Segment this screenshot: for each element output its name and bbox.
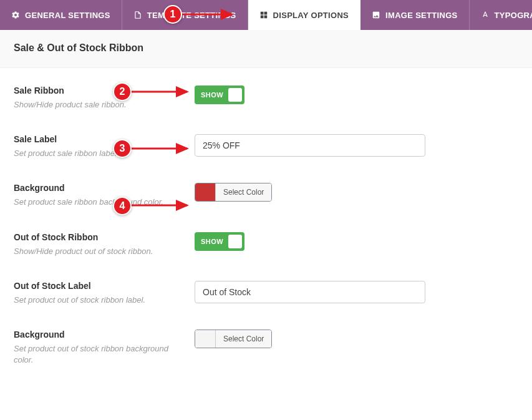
tab-label: IMAGE SETTINGS bbox=[385, 11, 457, 20]
field-oos-background: Background Set product out of stock ribb… bbox=[14, 312, 518, 372]
tab-label: TEMPLATE SETTINGS bbox=[147, 11, 236, 20]
field-label: Sale Label bbox=[14, 134, 182, 144]
field-help: Set product sale ribbon background color… bbox=[14, 197, 182, 208]
font-icon bbox=[481, 11, 490, 19]
oos-background-color-picker[interactable]: Select Color bbox=[195, 330, 272, 348]
field-help: Set product sale ribbon label. bbox=[14, 148, 182, 159]
sale-ribbon-toggle[interactable]: SHOW bbox=[195, 85, 244, 104]
content-area: Sale Ribbon Show/Hide product sale ribbo… bbox=[0, 68, 532, 372]
color-swatch bbox=[195, 183, 215, 201]
tab-template-settings[interactable]: TEMPLATE SETTINGS bbox=[122, 0, 248, 30]
tabs-bar: GENERAL SETTINGS TEMPLATE SETTINGS DISPL… bbox=[0, 0, 532, 30]
svg-rect-2 bbox=[260, 16, 263, 19]
tab-label: DISPLAY OPTIONS bbox=[273, 11, 349, 20]
toggle-knob bbox=[228, 235, 242, 248]
field-sale-ribbon: Sale Ribbon Show/Hide product sale ribbo… bbox=[14, 68, 518, 117]
field-oos-label: Out of Stock Label Set product out of st… bbox=[14, 263, 518, 312]
field-sale-label: Sale Label Set product sale ribbon label… bbox=[14, 117, 518, 165]
toggle-label: SHOW bbox=[201, 91, 223, 99]
toggle-knob bbox=[228, 88, 242, 102]
gear-icon bbox=[11, 11, 20, 19]
select-color-button: Select Color bbox=[215, 330, 271, 348]
tab-label: GENERAL SETTINGS bbox=[25, 11, 110, 20]
sale-background-color-picker[interactable]: Select Color bbox=[195, 183, 272, 202]
sale-label-input[interactable] bbox=[195, 134, 425, 157]
svg-rect-0 bbox=[260, 12, 263, 15]
field-help: Show/Hide product out of stock ribbon. bbox=[14, 246, 182, 257]
image-icon bbox=[372, 11, 380, 19]
section-header: Sale & Out of Stock Ribbon bbox=[0, 30, 532, 68]
oos-ribbon-toggle[interactable]: SHOW bbox=[195, 232, 244, 251]
field-label: Sale Ribbon bbox=[14, 85, 182, 95]
field-help: Show/Hide product sale ribbon. bbox=[14, 99, 182, 110]
toggle-label: SHOW bbox=[201, 238, 223, 245]
field-help: Set product out of stock ribbon label. bbox=[14, 295, 182, 306]
tab-typography[interactable]: TYPOGRAPHY bbox=[470, 0, 532, 30]
tab-general-settings[interactable]: GENERAL SETTINGS bbox=[0, 0, 122, 30]
template-icon bbox=[133, 11, 142, 19]
field-label: Background bbox=[14, 183, 182, 193]
svg-rect-3 bbox=[264, 16, 267, 19]
section-title: Sale & Out of Stock Ribbon bbox=[14, 42, 518, 54]
select-color-button: Select Color bbox=[215, 183, 271, 201]
svg-rect-1 bbox=[264, 12, 267, 15]
tab-label: TYPOGRAPHY bbox=[495, 11, 532, 20]
field-label: Background bbox=[14, 330, 182, 339]
tab-image-settings[interactable]: IMAGE SETTINGS bbox=[360, 0, 469, 30]
field-sale-background: Background Set product sale ribbon backg… bbox=[14, 165, 518, 214]
oos-label-input[interactable] bbox=[195, 281, 425, 303]
field-oos-ribbon: Out of Stock Ribbon Show/Hide product ou… bbox=[14, 215, 518, 263]
color-swatch bbox=[195, 330, 215, 348]
grid-icon bbox=[259, 11, 268, 19]
field-label: Out of Stock Ribbon bbox=[14, 232, 182, 242]
field-help: Set product out of stock ribbon backgrou… bbox=[14, 343, 182, 366]
field-label: Out of Stock Label bbox=[14, 281, 182, 291]
tab-display-options[interactable]: DISPLAY OPTIONS bbox=[248, 0, 361, 30]
